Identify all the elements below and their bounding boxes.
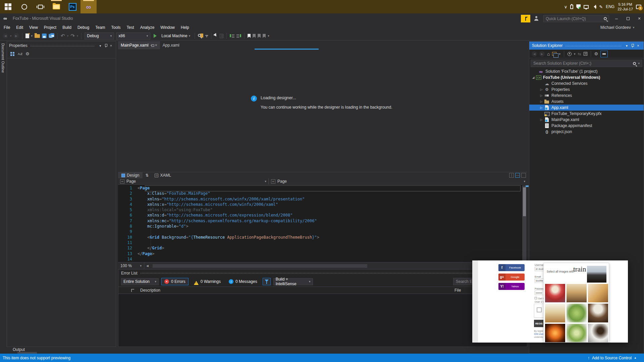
error-list-rows[interactable] — [118, 294, 527, 347]
tab-xaml[interactable]: ◇ XAML — [151, 172, 174, 179]
tree-item-properties[interactable]: ▷⚙Properties — [529, 86, 644, 93]
refresh-button[interactable]: ⇆ — [578, 52, 581, 56]
navigate-forward-button[interactable]: ▶ — [14, 33, 19, 39]
tab-design[interactable]: Design — [118, 172, 143, 179]
horizontal-split-button[interactable] — [515, 173, 520, 178]
expander-icon[interactable]: ◢ — [531, 76, 536, 79]
back-button[interactable]: ◀ — [532, 51, 537, 57]
start-debugging-button[interactable]: Local Machine ▾ — [152, 34, 192, 38]
menu-view[interactable]: View — [26, 24, 41, 31]
menu-build[interactable]: Build — [59, 24, 74, 31]
scroll-left-arrow[interactable]: ◀ — [144, 264, 151, 267]
signed-in-user[interactable]: Michael Gordeev ▾ — [600, 23, 634, 32]
quick-launch-input[interactable]: Quick Launch (Ctrl+Q) — [543, 15, 609, 22]
home-button[interactable]: ⌂ — [547, 51, 550, 57]
solution-platform-dropdown[interactable]: x86 ▾ — [116, 33, 150, 40]
close-icon[interactable]: × — [155, 43, 157, 48]
window-position-chevron[interactable]: ▾ — [624, 44, 630, 48]
collapse-pane-button[interactable] — [521, 173, 526, 178]
save-all-button[interactable] — [49, 33, 54, 39]
window-position-chevron[interactable]: ▾ — [98, 44, 103, 48]
legal-link[interactable]: IGN User — [534, 333, 544, 335]
errors-filter-button[interactable]: × 0 Errors — [161, 278, 189, 285]
severity-column-icon[interactable] — [131, 289, 134, 292]
expander-icon[interactable]: ▷ — [539, 106, 544, 109]
toolbar-overflow-button[interactable]: ▬▾ — [205, 34, 208, 38]
warnings-filter-button[interactable]: 0 Warnings — [191, 278, 223, 285]
redo-button[interactable]: ↷ — [70, 33, 75, 39]
element-dropdown-right[interactable]: ‹› Page ▾ — [269, 178, 527, 184]
visual-studio-button[interactable]: ∞ — [80, 0, 97, 13]
menu-tools[interactable]: Tools — [108, 24, 124, 31]
column-file[interactable]: File — [454, 288, 461, 293]
scrollbar-thumb[interactable] — [153, 264, 367, 268]
intellisense-filter-button[interactable] — [263, 278, 271, 285]
navigate-backward-button[interactable]: ◀ — [3, 33, 8, 39]
increase-indent-button[interactable] — [236, 34, 241, 38]
copy-button[interactable] — [220, 34, 223, 38]
menu-analyze[interactable]: Analyze — [137, 24, 158, 31]
next-bookmark-button[interactable] — [258, 34, 261, 38]
menu-test[interactable]: Test — [124, 24, 137, 31]
properties-panel-header[interactable]: Properties ▾ × — [7, 42, 116, 50]
captcha-image-coffee-beans-cup[interactable] — [588, 304, 608, 322]
defender-shield-icon[interactable]: ✓ — [576, 4, 581, 9]
solution-configuration-dropdown[interactable]: Debug ▾ — [85, 33, 114, 40]
tree-item-app-xaml[interactable]: ▷App.xaml — [529, 105, 644, 111]
xaml-designer-surface[interactable]: i Loading designer... You can continue w… — [118, 49, 527, 172]
properties-button[interactable]: ⚙ — [594, 51, 598, 56]
social-login-facebook[interactable]: fFacebook — [498, 264, 525, 271]
find-in-files-button[interactable] — [198, 33, 203, 39]
sync-with-active-document-button[interactable] — [552, 52, 556, 56]
horizontal-scrollbar[interactable] — [151, 264, 527, 268]
split-grip[interactable] — [526, 185, 529, 187]
menu-team[interactable]: Team — [92, 24, 108, 31]
clear-bookmarks-button[interactable] — [263, 34, 266, 38]
tree-item-solution-foxtube-1-project[interactable]: ∞Solution 'FoxTube' (1 project) — [529, 68, 644, 74]
restore-button[interactable] — [623, 14, 633, 23]
scope-filter-dropdown[interactable]: Entire Solution ▾ — [121, 278, 159, 285]
close-icon[interactable]: × — [108, 44, 114, 48]
captcha-image-breakfast-plate[interactable] — [545, 304, 565, 322]
scrollbar-thumb[interactable] — [523, 187, 526, 216]
zoom-level-dropdown[interactable]: 100 % ▾ — [118, 262, 144, 269]
expander-icon[interactable]: ▷ — [539, 118, 544, 121]
captcha-image-steam-train[interactable] — [587, 266, 606, 283]
task-view-button[interactable] — [32, 0, 48, 13]
column-description[interactable]: Description — [140, 288, 160, 293]
categorized-view-button[interactable] — [10, 52, 14, 56]
tab-app-xaml[interactable]: App.xaml — [160, 41, 182, 49]
start-button[interactable] — [0, 0, 16, 13]
tray-clock[interactable]: 5:16 PM 22-Jul-17 — [618, 2, 633, 11]
social-login-yahoo[interactable]: Y!Yahoo — [498, 283, 525, 290]
new-file-button[interactable]: ✶ — [25, 34, 29, 38]
vertical-split-button[interactable] — [509, 173, 514, 178]
captcha-image-glowing-fruit-bowl[interactable] — [545, 324, 565, 342]
tree-item-assets[interactable]: ▷Assets — [529, 99, 644, 105]
minimize-button[interactable]: – — [611, 14, 622, 23]
cortana-button[interactable] — [16, 0, 32, 13]
captcha-image-salad-plate[interactable] — [567, 304, 587, 322]
tab-mainpage-xaml[interactable]: MainPage.xaml× — [118, 41, 160, 49]
messages-filter-button[interactable]: i 0 Messages — [226, 278, 260, 285]
feedback-flag-button[interactable] — [521, 15, 530, 22]
menu-project[interactable]: Project — [41, 24, 59, 31]
send-feedback-icon[interactable] — [534, 16, 539, 21]
menu-edit[interactable]: Edit — [13, 24, 26, 31]
tab-output[interactable]: Output — [13, 347, 25, 352]
social-login-google[interactable]: g+Google — [498, 274, 525, 281]
collapse-all-button[interactable] — [584, 52, 587, 56]
expander-icon[interactable]: ▷ — [539, 94, 544, 97]
captcha-image-coffee-cup-cookie[interactable] — [588, 324, 608, 342]
error-list-header[interactable]: Error List — [118, 269, 527, 277]
vertical-scrollbar[interactable] — [522, 185, 527, 261]
usb-icon[interactable] — [570, 5, 573, 9]
toggle-bookmark-button[interactable] — [248, 34, 251, 38]
show-hidden-icons-chevron[interactable]: ∨ — [564, 4, 568, 9]
add-to-source-control-button[interactable]: ↑ Add to Source Control ▲ — [588, 356, 641, 360]
file-explorer-button[interactable] — [48, 0, 64, 13]
solution-explorer-header[interactable]: Solution Explorer ▾ × — [529, 42, 644, 50]
tray-language[interactable]: ENG — [606, 4, 614, 9]
menu-window[interactable]: Window — [157, 24, 178, 31]
property-pages-button[interactable]: ⚙ — [25, 51, 30, 56]
